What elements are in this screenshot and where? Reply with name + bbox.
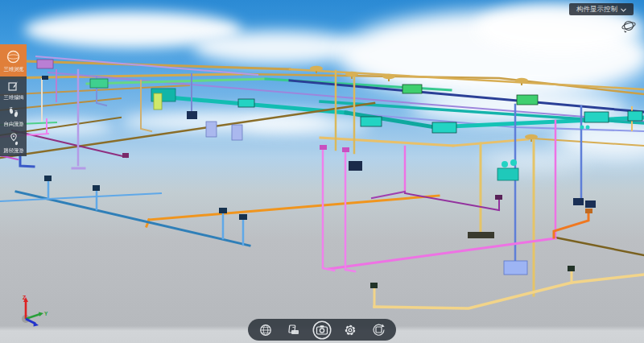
axis-y-arrow (39, 312, 43, 317)
chevron-down-icon (621, 6, 626, 14)
globe-icon (259, 324, 272, 337)
fitting[interactable] (361, 117, 382, 126)
fitting[interactable] (232, 125, 242, 140)
sidebar-item-label: 三维编辑 (3, 94, 23, 100)
fitting[interactable] (628, 111, 642, 121)
sidebar-item-free-roam[interactable]: 自由漫游 (0, 103, 27, 130)
fitting[interactable] (239, 214, 247, 220)
gear-icon (344, 324, 357, 337)
funnel-fitting[interactable] (382, 74, 395, 79)
viewpoint-globe-button[interactable] (258, 322, 274, 338)
fitting[interactable] (370, 283, 378, 288)
funnel-fitting[interactable] (310, 66, 323, 71)
edit-cube-icon (7, 80, 20, 93)
valve-dot[interactable] (510, 159, 517, 166)
component-display-button[interactable]: 构件显示控制 (569, 3, 634, 15)
scene-canvas[interactable] (0, 0, 644, 343)
pipe[interactable] (24, 61, 290, 69)
fitting[interactable] (495, 195, 502, 200)
valve-dot[interactable] (502, 161, 508, 167)
pipe[interactable] (16, 192, 250, 246)
fitting[interactable] (585, 200, 596, 208)
pipe[interactable] (372, 192, 405, 198)
fitting[interactable] (342, 147, 349, 152)
fitting[interactable] (238, 99, 254, 107)
reset-view-button[interactable] (370, 322, 386, 338)
fitting[interactable] (584, 112, 609, 122)
fitting[interactable] (44, 176, 52, 181)
axis-y-label: Y (44, 311, 48, 316)
pipe[interactable] (374, 275, 644, 308)
fitting[interactable] (568, 266, 575, 271)
axis-gizmo[interactable]: Z Y (14, 293, 52, 333)
building-model-icon (287, 324, 300, 337)
pipe[interactable] (320, 138, 453, 146)
pipe[interactable] (149, 196, 439, 220)
valve-dot[interactable] (586, 126, 590, 130)
valve-dot[interactable] (580, 126, 584, 130)
fitting[interactable] (93, 185, 100, 191)
settings-button[interactable] (342, 322, 358, 338)
fitting[interactable] (154, 93, 162, 110)
fitting[interactable] (122, 153, 129, 158)
camera-snapshot-button[interactable] (314, 322, 330, 338)
fitting[interactable] (504, 261, 527, 275)
fitting[interactable] (517, 95, 538, 105)
orbit-circle-icon (6, 49, 21, 64)
component-display-label: 构件显示控制 (576, 5, 617, 14)
bottom-toolbar (248, 319, 396, 341)
pipe[interactable] (36, 56, 258, 75)
sidebar-item-edit-3d[interactable]: 三维编辑 (0, 76, 27, 103)
axis-x-arrow (34, 322, 39, 327)
sidebar-item-label: 三维浏览 (3, 66, 23, 72)
model-button[interactable] (286, 322, 302, 338)
fitting[interactable] (468, 232, 494, 238)
viewer-window: 三维浏览 三维编辑 自由漫游 (0, 0, 644, 343)
fitting[interactable] (320, 145, 327, 150)
fitting[interactable] (402, 85, 422, 93)
fitting[interactable] (187, 111, 197, 119)
pipe[interactable] (323, 149, 334, 271)
orbit-3d-icon (620, 18, 638, 35)
fitting[interactable] (349, 161, 362, 171)
sidebar-item-view-3d[interactable]: 三维浏览 (0, 44, 27, 76)
pipe[interactable] (554, 213, 588, 238)
fitting[interactable] (585, 209, 592, 213)
sidebar-item-label: 路径漫游 (3, 147, 23, 153)
funnel-fitting[interactable] (515, 78, 528, 83)
footprints-icon (7, 106, 20, 119)
pipe[interactable] (0, 74, 242, 78)
pin-footprint-icon (7, 133, 20, 146)
pipe[interactable] (453, 139, 528, 146)
fitting[interactable] (37, 60, 53, 68)
fitting[interactable] (432, 122, 456, 133)
fitting[interactable] (219, 208, 227, 213)
tool-sidebar: 三维浏览 三维编辑 自由漫游 (0, 44, 27, 156)
rotate-reset-icon (372, 323, 386, 337)
fitting[interactable] (90, 79, 108, 88)
sidebar-item-path-roam[interactable]: 路径漫游 (0, 130, 27, 156)
pipe[interactable] (405, 193, 499, 210)
fitting[interactable] (206, 122, 217, 137)
camera-icon (316, 324, 328, 337)
sidebar-item-label: 自由漫游 (3, 121, 23, 126)
fitting[interactable] (573, 198, 584, 205)
fitting[interactable] (497, 168, 518, 180)
funnel-fitting[interactable] (345, 72, 358, 76)
funnel-fitting[interactable] (525, 134, 538, 139)
axis-z-label: Z (23, 295, 27, 300)
pipe[interactable] (555, 238, 644, 255)
pipe[interactable] (534, 138, 644, 146)
fitting[interactable] (42, 76, 48, 80)
